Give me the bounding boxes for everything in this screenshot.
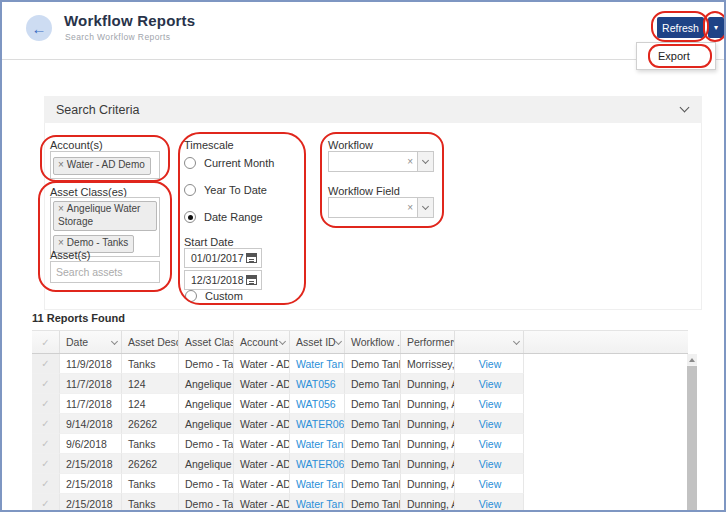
- scroll-up-icon[interactable]: [687, 354, 697, 365]
- workflow-field-combobox[interactable]: ×: [328, 197, 434, 218]
- row-check[interactable]: ✓: [32, 474, 60, 494]
- remove-tag-icon[interactable]: ×: [58, 203, 64, 214]
- dropdown-button[interactable]: [417, 152, 433, 171]
- back-arrow-icon: ←: [32, 21, 47, 36]
- search-criteria-header[interactable]: Search Criteria: [44, 96, 702, 123]
- accounts-tagbox[interactable]: ×Water - AD Demo: [50, 151, 160, 179]
- cell-asset_class: Demo - Ta...: [179, 354, 234, 374]
- refresh-dropdown-button[interactable]: ▾: [708, 17, 724, 38]
- row-check[interactable]: ✓: [32, 354, 60, 374]
- column-header-account[interactable]: Account: [234, 331, 290, 353]
- row-check[interactable]: ✓: [32, 394, 60, 414]
- view-link[interactable]: View: [479, 358, 502, 370]
- end-date-input[interactable]: 12/31/2018: [184, 270, 262, 290]
- asset-id-link[interactable]: Water Tank...: [296, 498, 345, 510]
- column-header-workflow[interactable]: Workflow ...: [345, 331, 401, 353]
- radio-icon[interactable]: [184, 157, 196, 169]
- view-link[interactable]: View: [479, 398, 502, 410]
- cell-account: Water - AD...: [234, 474, 290, 494]
- scrollbar-thumb[interactable]: [687, 366, 697, 512]
- assets-label: Asset(s): [50, 249, 90, 261]
- asset-id-link[interactable]: WAT056: [296, 378, 336, 390]
- asset-id-link[interactable]: WATER06: [296, 458, 344, 470]
- cell-asset_desc: 26262: [122, 414, 179, 434]
- asset-id-link[interactable]: WATER06: [296, 418, 344, 430]
- cell-workflow: Demo Tank...: [345, 414, 401, 434]
- column-header-asset_class[interactable]: Asset Class: [179, 331, 234, 353]
- export-dropdown-menu: Export: [636, 42, 716, 70]
- check-icon: ✓: [41, 478, 49, 489]
- table-row: ✓11/7/2018124Angelique ...Water - AD...W…: [32, 394, 524, 414]
- row-check[interactable]: ✓: [32, 414, 60, 434]
- asset-id-link[interactable]: Water Tank...: [296, 478, 345, 490]
- asset-id-link[interactable]: Water Tank...: [296, 438, 345, 450]
- cell-account: Water - AD...: [234, 354, 290, 374]
- cell-asset_id: Water Tank...: [290, 474, 345, 494]
- radio-date-range[interactable]: Date Range: [184, 211, 263, 223]
- refresh-button[interactable]: Refresh: [657, 17, 704, 38]
- cell-date: 11/7/2018: [60, 394, 122, 414]
- row-check[interactable]: ✓: [32, 434, 60, 454]
- radio-year-to-date[interactable]: Year To Date: [184, 184, 267, 196]
- column-header-date[interactable]: Date: [60, 331, 122, 353]
- asset-class-tag-label: Angelique Water Storage: [58, 203, 140, 227]
- column-header-check[interactable]: ✓: [32, 331, 60, 353]
- column-header-performer[interactable]: Performer: [401, 331, 455, 353]
- chevron-down-icon[interactable]: [279, 337, 286, 344]
- column-header-asset_desc[interactable]: Asset Desc...: [122, 331, 179, 353]
- column-header-label: Workflow ...: [351, 336, 401, 348]
- cell-account: Water - AD...: [234, 414, 290, 434]
- chevron-down-icon[interactable]: [680, 103, 690, 113]
- view-link[interactable]: View: [479, 458, 502, 470]
- table-row: ✓9/14/201826262Angelique ...Water - AD..…: [32, 414, 524, 434]
- view-link[interactable]: View: [479, 478, 502, 490]
- view-link[interactable]: View: [479, 498, 502, 510]
- check-icon: ✓: [41, 418, 49, 429]
- radio-current-month[interactable]: Current Month: [184, 157, 274, 169]
- check-icon: ✓: [41, 458, 49, 469]
- clear-icon[interactable]: ×: [403, 202, 417, 213]
- row-check[interactable]: ✓: [32, 374, 60, 394]
- radio-icon[interactable]: [184, 211, 196, 223]
- radio-custom[interactable]: Custom: [185, 290, 243, 302]
- export-menu-item[interactable]: Export: [637, 43, 715, 69]
- table-row: ✓11/7/2018124Angelique ...Water - AD...W…: [32, 374, 524, 394]
- account-tag[interactable]: ×Water - AD Demo: [53, 157, 151, 175]
- back-button[interactable]: ←: [26, 15, 52, 41]
- view-link[interactable]: View: [479, 378, 502, 390]
- chevron-down-icon[interactable]: [513, 337, 520, 344]
- chevron-down-icon[interactable]: [111, 337, 118, 344]
- cell-view: View: [455, 414, 524, 434]
- start-date-input[interactable]: 01/01/2017: [184, 248, 262, 268]
- radio-icon[interactable]: [185, 290, 197, 302]
- results-count: 11 Reports Found: [32, 312, 125, 324]
- cell-view: View: [455, 354, 524, 374]
- clear-icon[interactable]: ×: [403, 156, 417, 167]
- cell-workflow: Demo Tank...: [345, 494, 401, 512]
- asset-id-link[interactable]: Water Tank...: [296, 358, 345, 370]
- row-check[interactable]: ✓: [32, 454, 60, 474]
- assets-search-input[interactable]: [50, 261, 160, 283]
- dropdown-button[interactable]: [417, 198, 433, 217]
- cell-asset_desc: 26262: [122, 454, 179, 474]
- column-header-view[interactable]: [455, 331, 524, 353]
- asset-id-link[interactable]: WAT056: [296, 398, 336, 410]
- cell-performer: Dunning, A...: [401, 374, 455, 394]
- asset-class-tag[interactable]: ×Angelique Water Storage: [53, 201, 157, 231]
- calendar-icon[interactable]: [246, 253, 257, 263]
- vertical-scrollbar[interactable]: [687, 354, 697, 512]
- remove-tag-icon[interactable]: ×: [58, 237, 64, 248]
- cell-asset_id: Water Tank...: [290, 494, 345, 512]
- asset-class-tag-label: Demo - Tanks: [67, 237, 129, 248]
- remove-tag-icon[interactable]: ×: [58, 159, 64, 170]
- view-link[interactable]: View: [479, 418, 502, 430]
- calendar-icon[interactable]: [246, 275, 257, 285]
- cell-asset_class: Angelique ...: [179, 454, 234, 474]
- workflow-combobox[interactable]: ×: [328, 151, 434, 172]
- column-header-asset_id[interactable]: Asset ID: [290, 331, 345, 353]
- view-link[interactable]: View: [479, 438, 502, 450]
- search-criteria-title: Search Criteria: [56, 103, 139, 117]
- row-check[interactable]: ✓: [32, 494, 60, 512]
- radio-icon[interactable]: [184, 184, 196, 196]
- asset-classes-tagbox[interactable]: ×Angelique Water Storage ×Demo - Tanks: [50, 197, 160, 257]
